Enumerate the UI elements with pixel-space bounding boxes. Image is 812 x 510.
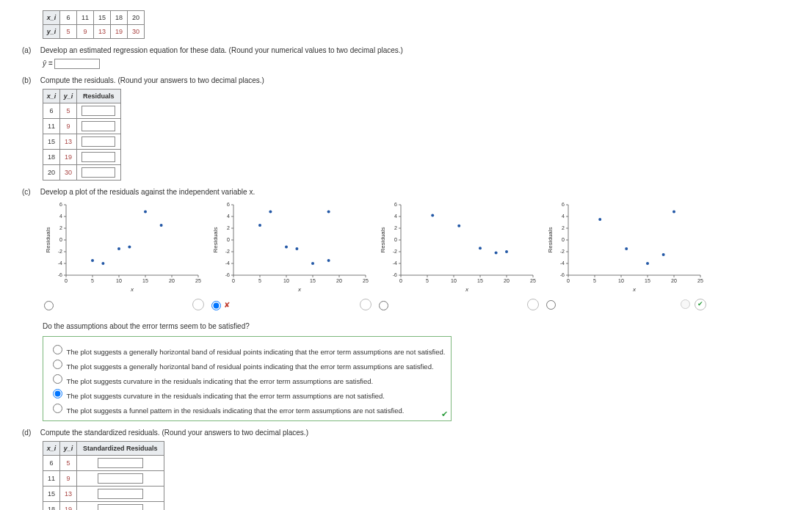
part-a-label: (a)	[22, 46, 38, 54]
svg-text:10: 10	[116, 278, 122, 283]
table-row: 119	[43, 471, 164, 487]
svg-text:25: 25	[195, 278, 201, 283]
svg-text:0: 0	[65, 278, 68, 283]
choice-2[interactable]: The plot suggests curvature in the resid…	[49, 372, 445, 385]
cell: 20	[128, 11, 145, 25]
svg-text:-4: -4	[560, 261, 565, 266]
choice-radio-3[interactable]	[53, 389, 62, 398]
svg-text:-6: -6	[560, 272, 565, 277]
regression-equation-input[interactable]	[54, 59, 100, 69]
svg-text:6: 6	[562, 202, 565, 207]
svg-text:0: 0	[567, 278, 570, 283]
svg-text:Residuals: Residuals	[547, 227, 554, 252]
plot-radio-3[interactable]	[546, 300, 556, 310]
residual-input[interactable]	[81, 136, 115, 147]
svg-text:6: 6	[227, 202, 230, 207]
svg-point-32	[144, 211, 147, 214]
table-row: 65	[43, 103, 121, 119]
svg-text:20: 20	[671, 278, 677, 283]
svg-text:-4: -4	[58, 261, 62, 266]
svg-text:-2: -2	[225, 249, 230, 254]
std-residual-input[interactable]	[98, 473, 143, 484]
svg-text:4: 4	[227, 214, 230, 219]
svg-text:4: 4	[59, 214, 62, 219]
col-residuals: Residuals	[77, 90, 121, 103]
choice-0[interactable]: The plot suggests a generally horizontal…	[49, 343, 445, 356]
svg-point-140	[673, 211, 675, 214]
col-xi: x_i	[43, 90, 60, 103]
cell: 19	[111, 25, 128, 39]
svg-text:-2: -2	[560, 249, 565, 254]
choice-radio-0[interactable]	[53, 345, 62, 354]
std-residual-input[interactable]	[98, 504, 143, 510]
svg-text:-4: -4	[393, 261, 397, 266]
svg-point-29	[101, 262, 104, 265]
svg-text:Residuals: Residuals	[212, 227, 219, 252]
choice-1[interactable]: The plot suggests a generally horizontal…	[49, 357, 445, 371]
residual-input[interactable]	[81, 152, 115, 162]
choice-radio-2[interactable]	[53, 374, 62, 384]
svg-point-66	[285, 246, 288, 249]
choice-radio-4[interactable]	[53, 404, 62, 413]
std-residuals-table: x_i y_i Standardized Residuals 65 119 15…	[43, 441, 164, 510]
cell: 18	[111, 11, 128, 25]
svg-point-103	[479, 247, 482, 249]
std-residual-input[interactable]	[98, 458, 143, 468]
svg-point-64	[258, 224, 261, 227]
svg-point-69	[327, 259, 330, 262]
yhat-label: ŷ =	[43, 59, 53, 68]
table-row: 1819	[43, 150, 121, 165]
cell: 6	[60, 11, 77, 25]
svg-text:Residuals: Residuals	[380, 227, 386, 252]
plot-radio-2[interactable]	[379, 301, 388, 310]
svg-point-139	[662, 253, 665, 256]
std-residual-input[interactable]	[98, 489, 143, 499]
scatter-plot-1: 0510152025-6-4-20246xResiduals✘	[210, 200, 371, 312]
svg-text:15: 15	[477, 278, 483, 283]
svg-point-138	[646, 262, 649, 265]
table-row: 1513	[43, 487, 164, 502]
cell: 11	[77, 11, 94, 25]
svg-text:20: 20	[504, 278, 510, 283]
svg-text:-4: -4	[225, 261, 230, 266]
part-d-text: Compute the standardized residuals. (Rou…	[40, 429, 308, 437]
cell: 9	[77, 25, 94, 39]
cell: 13	[94, 25, 111, 39]
cell: 15	[94, 11, 111, 25]
svg-text:15: 15	[310, 278, 316, 283]
check-icon: ✔	[441, 409, 448, 419]
header-yi: y_i	[43, 25, 60, 39]
wrong-icon: ✘	[224, 301, 230, 309]
part-c-text: Develop a plot of the residuals against …	[40, 188, 255, 196]
svg-text:Residuals: Residuals	[45, 227, 51, 252]
assumptions-question: Do the assumptions about the error terms…	[43, 322, 790, 330]
residual-input[interactable]	[81, 106, 115, 116]
table-row: 2030	[43, 165, 121, 181]
choice-4[interactable]: The plot suggests a funnel pattern in th…	[49, 401, 445, 415]
svg-point-70	[327, 211, 330, 214]
svg-text:2: 2	[562, 225, 565, 230]
header-xi: x_i	[43, 11, 60, 25]
choice-radio-1[interactable]	[53, 360, 62, 369]
svg-text:0: 0	[59, 237, 62, 242]
scatter-plot-2: 0510152025-6-4-20246xResiduals	[377, 200, 539, 312]
residual-input[interactable]	[81, 121, 115, 131]
plot-radio-1[interactable]	[211, 301, 221, 310]
table-row: 119	[43, 119, 121, 134]
svg-text:0: 0	[227, 237, 230, 242]
col-yi: y_i	[60, 90, 77, 103]
svg-text:-6: -6	[58, 272, 62, 277]
svg-point-102	[457, 225, 460, 227]
svg-text:5: 5	[258, 278, 261, 283]
svg-text:4: 4	[394, 214, 397, 219]
col-yi: y_i	[60, 442, 77, 456]
svg-point-101	[431, 214, 434, 216]
svg-text:25: 25	[363, 278, 369, 283]
svg-point-68	[311, 262, 314, 265]
svg-point-28	[91, 259, 94, 262]
plot-radio-0[interactable]	[44, 301, 54, 310]
col-xi: x_i	[43, 442, 60, 456]
svg-point-30	[117, 247, 120, 250]
residual-input[interactable]	[81, 167, 115, 178]
choice-3[interactable]: The plot suggests curvature in the resid…	[49, 387, 445, 400]
